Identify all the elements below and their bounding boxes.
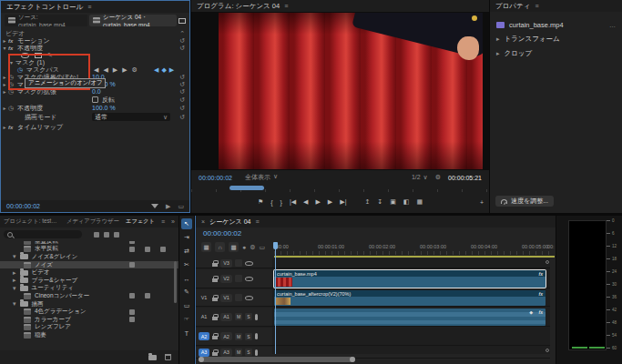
comparison-view-icon[interactable]: ◧ (403, 198, 410, 206)
tab-project[interactable]: プロジェクト: test_inamigashira (4, 217, 60, 226)
track-a3-button[interactable]: A3 (220, 349, 232, 357)
sync-lock-icon[interactable] (235, 275, 242, 282)
panel-menu-icon[interactable]: ≡ (284, 3, 288, 9)
new-custom-bin-icon[interactable] (148, 355, 157, 360)
source-patch-v1[interactable]: V1 (199, 294, 209, 302)
timeline-timecode[interactable]: 00:00:00:02 (203, 229, 241, 238)
panel-menu-icon[interactable]: ≡ (161, 218, 165, 225)
clip-curtain-base-aftercrop[interactable]: curtain_base_aftercrop(V2)(70%)fx (274, 290, 546, 306)
delete-icon[interactable] (165, 354, 171, 360)
go-to-out-icon[interactable]: ▶| (340, 198, 346, 206)
pen-tool[interactable]: ✎ (181, 287, 192, 298)
chevron-right-icon[interactable]: ▸ (496, 50, 500, 57)
opacity-value[interactable]: 100.0 % (92, 105, 116, 111)
rectangle-tool[interactable]: ▭ (181, 300, 192, 311)
source-patch-empty[interactable] (199, 275, 209, 283)
playhead[interactable] (275, 242, 276, 354)
lock-icon[interactable] (212, 263, 218, 267)
button-editor-icon[interactable]: + (480, 199, 484, 206)
toggle-track-output-eye-icon[interactable] (245, 261, 253, 266)
close-icon[interactable]: × (201, 218, 205, 225)
search-input[interactable] (4, 230, 82, 238)
razor-tool[interactable]: ✂ (181, 259, 192, 270)
lock-icon[interactable] (212, 298, 218, 301)
chevron-down-icon[interactable]: ▾ (13, 285, 16, 292)
opacity-row[interactable]: ▸ ◷ 不透明度 100.0 % ↺ (1, 104, 189, 112)
track-v1-button[interactable]: V1 (220, 294, 232, 302)
chevron-right-icon[interactable]: ▸ (1, 88, 8, 95)
list-item-folder[interactable]: ▾ ノイズ&グレイン (0, 253, 178, 261)
solo-button[interactable]: S (245, 313, 252, 320)
overflow-tabs-icon[interactable]: » (171, 218, 175, 225)
add-marker-icon[interactable]: ● (242, 244, 246, 250)
settings-wrench-icon[interactable]: ⚙ (435, 174, 441, 181)
timeline-settings-icon[interactable]: ⚙ (250, 244, 255, 251)
panel-menu-icon[interactable]: ≡ (255, 218, 259, 225)
list-item-folder[interactable]: ▾ 描画 (0, 300, 178, 308)
list-item[interactable]: 稲妻 (0, 331, 178, 339)
play-icon[interactable]: ▶ (315, 198, 320, 206)
zoom-scrollbar[interactable] (229, 186, 264, 190)
list-item-folder[interactable]: ▸ ブラー&シャープ (0, 277, 178, 285)
source-patch-a3[interactable]: A3 (199, 349, 209, 357)
toggle-animation-stopwatch-icon[interactable]: ◷ (8, 88, 17, 96)
panel-menu-icon[interactable]: ≡ (87, 4, 91, 10)
chevron-right-icon[interactable]: ▸ (1, 124, 8, 130)
step-forward-icon[interactable]: ▶ (328, 198, 332, 206)
list-item[interactable]: 4色グラデーション (0, 308, 178, 316)
mark-in-icon[interactable]: { (270, 199, 272, 206)
snap-magnet-icon[interactable]: ∩ (215, 242, 225, 252)
sync-lock-icon[interactable] (235, 294, 242, 301)
mask-expansion-value[interactable]: 0.0 (92, 88, 101, 95)
scroll-handle-top[interactable] (546, 260, 549, 264)
list-item-folder[interactable]: ▸ ビデオ (0, 268, 178, 277)
source-patch-a1[interactable]: A1 (199, 313, 209, 321)
selection-tool[interactable]: ↖ (181, 218, 192, 229)
export-frame-icon[interactable]: ▣ (390, 198, 396, 206)
chevron-right-icon[interactable]: ▸ (1, 105, 8, 111)
chevron-right-icon[interactable]: ▸ (496, 35, 500, 43)
add-marker-icon[interactable]: ⚑ (258, 198, 263, 206)
insert-as-nested-icon[interactable]: ▦ (201, 242, 211, 252)
caption-track-icon[interactable]: ▭ (260, 244, 266, 251)
slip-tool[interactable]: ↔ (181, 273, 192, 284)
list-item[interactable]: 水平反転 (0, 246, 178, 254)
audio-clip[interactable]: ◆ fx (274, 308, 546, 326)
panel-menu-icon[interactable]: ≡ (535, 3, 538, 9)
list-item[interactable]: Cineonコンバーター (0, 292, 178, 300)
horizontal-zoom-scrollbar[interactable] (199, 357, 355, 362)
toggle-track-output-eye-icon[interactable] (245, 277, 253, 281)
audio-meter[interactable] (568, 220, 607, 350)
list-item[interactable]: レンズフレア (0, 324, 178, 332)
tab-sequence-clip[interactable]: シーケンス 04・curtain_base.mp4 (89, 15, 177, 26)
playback-resolution-dropdown[interactable]: 1/2 ∨ (412, 174, 428, 181)
solo-button[interactable]: S (245, 333, 252, 340)
reset-icon[interactable]: ↺ (179, 114, 185, 121)
go-to-in-icon[interactable]: |◀ (290, 198, 296, 206)
reset-icon[interactable]: ↺ (179, 88, 185, 96)
playhead-timecode[interactable]: 00:00:00:02 (6, 203, 40, 209)
mute-button[interactable]: M (235, 313, 242, 320)
ripple-edit-tool[interactable]: ⇄ (181, 246, 192, 257)
chevron-right-icon[interactable]: ▸ (1, 37, 8, 44)
yuv-filter-icon[interactable] (114, 232, 119, 238)
voiceover-mic-icon[interactable] (255, 349, 258, 356)
chevron-right-icon[interactable]: ▸ (1, 81, 8, 87)
invert-checkbox[interactable] (92, 96, 98, 103)
lift-icon[interactable]: ↥ (364, 198, 370, 206)
work-area-bar[interactable] (274, 256, 555, 258)
tab-effects[interactable]: エフェクト (126, 217, 155, 226)
mute-button[interactable]: M (235, 333, 242, 340)
adjust-speed-button[interactable]: 速度を調整... (495, 196, 554, 207)
list-scrollbar[interactable] (174, 261, 177, 303)
chevron-down-icon[interactable]: ▾ (13, 300, 16, 308)
voiceover-mic-icon[interactable] (255, 314, 258, 320)
fit-dropdown[interactable]: 全体表示 ∨ (245, 173, 278, 182)
source-patch-empty[interactable] (199, 259, 209, 268)
crop-section[interactable]: ▸ クロップ (490, 46, 622, 61)
step-back-icon[interactable]: ◀ (303, 198, 308, 206)
sync-lock-icon[interactable] (235, 259, 242, 267)
tab-media-browser[interactable]: メディアブラウザー (66, 217, 119, 226)
filter-keyframes-icon[interactable] (151, 204, 158, 208)
toggle-animation-stopwatch-icon[interactable]: ◷ (8, 105, 17, 112)
